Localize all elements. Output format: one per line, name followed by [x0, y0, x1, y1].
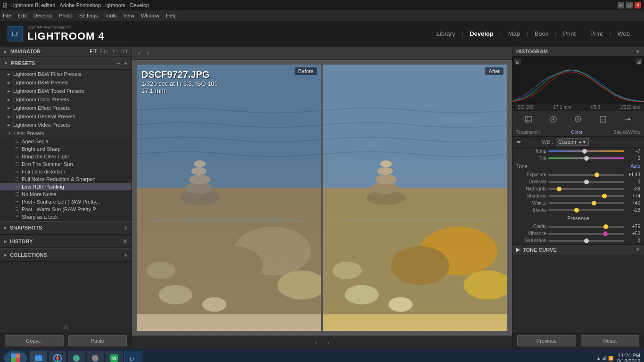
- menu-tools[interactable]: Tools: [105, 13, 117, 18]
- whites-thumb[interactable]: [592, 201, 596, 206]
- history-x-icon[interactable]: ✕: [122, 238, 128, 245]
- whites-slider[interactable]: [548, 202, 624, 204]
- preset-dim-summer[interactable]: ☰ Dim The Summer Sun: [0, 160, 132, 168]
- collections-header[interactable]: ▶ Collections +: [0, 248, 132, 262]
- preset-bright-sharp[interactable]: ☰ Bright and Sharp: [0, 145, 132, 153]
- toolbar-arrow-right[interactable]: ›: [146, 48, 150, 58]
- nav-3to1-btn[interactable]: 3:1: [121, 49, 128, 54]
- shadows-thumb[interactable]: [602, 194, 607, 198]
- navigator-header[interactable]: ▶ Navigator FIT FILL 1:1 3:1: [0, 47, 132, 57]
- taskbar-explorer[interactable]: [30, 351, 47, 362]
- preset-group-bwpresets-header[interactable]: ▶ Lightroom B&W Presets: [0, 78, 132, 87]
- clarity-thumb[interactable]: [603, 224, 608, 229]
- preset-post-warm-sun[interactable]: ☰ Post - Warm Sun (RAW Pretty P...: [0, 206, 132, 213]
- preset-group-video-header[interactable]: ▶ Lightroom Video Presets: [0, 121, 132, 129]
- nav-library[interactable]: Library: [430, 30, 462, 37]
- preset-group-effect-header[interactable]: ▶ Lightroom Effect Presets: [0, 104, 132, 112]
- saturation-thumb[interactable]: [584, 239, 589, 243]
- saturation-slider[interactable]: [548, 240, 624, 242]
- nav-1to1-btn[interactable]: 1:1: [112, 49, 118, 54]
- nav-fill-btn[interactable]: FILL: [99, 49, 109, 54]
- temp-thumb[interactable]: [582, 149, 587, 154]
- menu-window[interactable]: Window: [141, 13, 159, 18]
- crop-tool[interactable]: [522, 113, 535, 126]
- copy-button[interactable]: Copy...: [5, 335, 64, 346]
- contrast-thumb[interactable]: [584, 180, 589, 184]
- nav-fit-btn[interactable]: FIT: [90, 49, 97, 54]
- previous-button[interactable]: Previous: [517, 335, 576, 346]
- preset-group-user-header[interactable]: ▼ User Presets: [0, 129, 132, 138]
- presets-header[interactable]: ▼ Presets − +: [0, 57, 132, 70]
- shadows-slider[interactable]: [548, 195, 624, 197]
- preset-post-sunflare[interactable]: ☰ Post - Sunflare Left (RAW Pretty...: [0, 198, 132, 206]
- presets-plus-icon[interactable]: +: [124, 59, 128, 67]
- preset-low-hdr[interactable]: ☰ Low HDR Painting: [0, 183, 132, 190]
- filmstrip-right-arrow[interactable]: ›: [327, 338, 330, 347]
- menu-develop[interactable]: Develop: [33, 13, 52, 18]
- vibrance-slider[interactable]: [548, 233, 624, 235]
- tone-auto-btn[interactable]: Auto: [630, 164, 640, 169]
- menu-help[interactable]: Help: [166, 13, 177, 18]
- nav-map[interactable]: Map: [502, 30, 527, 37]
- minimize-button[interactable]: ─: [618, 2, 624, 8]
- maximize-button[interactable]: □: [626, 2, 633, 8]
- nav-print[interactable]: Print: [584, 30, 610, 37]
- filmstrip-left-arrow[interactable]: ‹: [314, 338, 317, 347]
- preset-group-general-header[interactable]: ▶ Lightroom General Presets: [0, 112, 132, 121]
- redeye-tool[interactable]: [571, 113, 585, 126]
- clarity-slider[interactable]: [548, 226, 624, 228]
- color-treatment-btn[interactable]: Color: [571, 130, 583, 135]
- snapshots-plus-icon[interactable]: +: [124, 224, 128, 231]
- preset-aged-sepia[interactable]: ☰ Aged Sepia: [0, 138, 132, 145]
- nav-book[interactable]: Book: [528, 30, 555, 37]
- taskbar-lightroom[interactable]: Lr: [124, 351, 141, 362]
- histogram-header[interactable]: Histogram ▼: [512, 47, 644, 57]
- hist-shadow-clipping-btn[interactable]: ◣: [514, 58, 521, 65]
- nav-develop[interactable]: Develop: [463, 30, 500, 37]
- nav-web[interactable]: Web: [611, 30, 637, 37]
- hist-highlight-clipping-btn[interactable]: ◢: [636, 58, 642, 65]
- collections-plus-icon[interactable]: +: [124, 251, 128, 259]
- wb-dropdown[interactable]: Custom ▲▼: [556, 138, 589, 146]
- tint-slider[interactable]: [548, 157, 624, 159]
- menu-photo[interactable]: Photo: [59, 13, 73, 18]
- preset-sharp-tack[interactable]: ☰ Sharp as a tack: [0, 213, 132, 221]
- taskbar-word[interactable]: W: [106, 351, 123, 362]
- reset-button[interactable]: Reset: [581, 335, 640, 346]
- gradient-tool[interactable]: [596, 113, 610, 126]
- history-header[interactable]: ▶ History ✕: [0, 235, 132, 248]
- menu-view[interactable]: View: [123, 13, 134, 18]
- menu-edit[interactable]: Edit: [18, 13, 27, 18]
- highlights-slider[interactable]: [548, 188, 624, 190]
- vibrance-thumb[interactable]: [603, 231, 608, 236]
- blacks-slider[interactable]: [548, 209, 624, 211]
- taskbar-app4[interactable]: [87, 351, 104, 362]
- preset-fuji-noise[interactable]: ☰ Fuji Noise Reduction & Sharpen: [0, 175, 132, 183]
- contrast-slider[interactable]: [548, 181, 624, 183]
- presets-minus-icon[interactable]: −: [116, 59, 120, 67]
- toolbar-arrow-left[interactable]: ‹: [137, 48, 141, 58]
- highlights-thumb[interactable]: [557, 187, 561, 191]
- blacks-thumb[interactable]: [574, 208, 579, 213]
- taskbar-chrome[interactable]: [49, 351, 66, 362]
- preset-group-color-header[interactable]: ▶ Lightroom Color Presets: [0, 95, 132, 104]
- wb-eyedropper-icon[interactable]: ✒: [516, 138, 522, 146]
- start-button[interactable]: [4, 351, 27, 362]
- paste-button[interactable]: Paste: [68, 335, 127, 346]
- preset-fuji-lens[interactable]: ☰ Fuji Lens distortion: [0, 168, 132, 175]
- preset-clear-light[interactable]: ☰ Bring the Clear Light: [0, 153, 132, 160]
- adjustment-tool[interactable]: [621, 113, 635, 126]
- snapshots-header[interactable]: ▶ Snapshots +: [0, 221, 132, 234]
- exposure-thumb[interactable]: [594, 173, 599, 177]
- tone-curve-header[interactable]: ▶ Tone Curve ▼: [512, 244, 644, 255]
- exposure-slider[interactable]: [548, 174, 624, 176]
- preset-group-bwtoned-header[interactable]: ▶ Lightroom B&W Toned Presets: [0, 87, 132, 95]
- menu-file[interactable]: File: [3, 13, 11, 18]
- bw-treatment-btn[interactable]: Black&White: [613, 130, 640, 135]
- close-button[interactable]: ✕: [635, 2, 641, 8]
- tint-thumb[interactable]: [584, 156, 589, 161]
- menu-settings[interactable]: Settings: [79, 13, 98, 18]
- nav-slideshow[interactable]: Print: [556, 30, 582, 37]
- preset-no-more-noise[interactable]: ☰ No More Noise: [0, 190, 132, 198]
- spot-tool[interactable]: [547, 113, 560, 126]
